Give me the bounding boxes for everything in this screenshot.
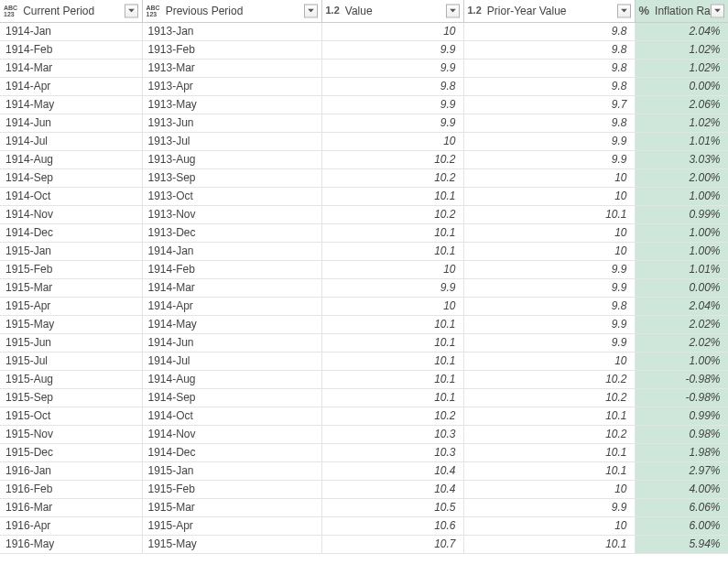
cell-current-period[interactable]: 1915-Nov bbox=[0, 425, 142, 443]
cell-previous-period[interactable]: 1914-Jul bbox=[142, 352, 321, 370]
cell-inflation-rate[interactable]: 4.00% bbox=[635, 480, 728, 498]
cell-inflation-rate[interactable]: 1.02% bbox=[635, 114, 728, 132]
cell-current-period[interactable]: 1915-Feb bbox=[0, 260, 142, 278]
table-row[interactable]: 1914-Oct1913-Oct10.1101.00% bbox=[0, 187, 728, 205]
cell-current-period[interactable]: 1914-Dec bbox=[0, 223, 142, 242]
cell-inflation-rate[interactable]: 1.00% bbox=[635, 187, 728, 205]
cell-previous-period[interactable]: 1914-Jan bbox=[142, 242, 321, 260]
header-prior-year-value[interactable]: 1.2 Prior-Year Value bbox=[463, 0, 635, 22]
cell-prior-year-value[interactable]: 9.9 bbox=[463, 333, 635, 352]
cell-value[interactable]: 10.1 bbox=[321, 352, 463, 370]
cell-prior-year-value[interactable]: 10.1 bbox=[463, 407, 635, 425]
cell-inflation-rate[interactable]: 0.99% bbox=[635, 205, 728, 223]
cell-prior-year-value[interactable]: 10 bbox=[463, 242, 635, 260]
cell-prior-year-value[interactable]: 10 bbox=[463, 223, 635, 242]
table-row[interactable]: 1914-Dec1913-Dec10.1101.00% bbox=[0, 223, 728, 242]
cell-value[interactable]: 10.2 bbox=[321, 205, 463, 223]
cell-value[interactable]: 10 bbox=[321, 260, 463, 278]
cell-current-period[interactable]: 1915-Dec bbox=[0, 443, 142, 461]
cell-value[interactable]: 10.7 bbox=[321, 535, 463, 553]
cell-inflation-rate[interactable]: 1.01% bbox=[635, 260, 728, 278]
cell-previous-period[interactable]: 1913-Sep bbox=[142, 168, 321, 187]
table-row[interactable]: 1915-Jan1914-Jan10.1101.00% bbox=[0, 242, 728, 260]
cell-prior-year-value[interactable]: 9.9 bbox=[463, 498, 635, 516]
cell-value[interactable]: 10 bbox=[321, 297, 463, 315]
cell-value[interactable]: 10.2 bbox=[321, 150, 463, 168]
cell-value[interactable]: 10 bbox=[321, 22, 463, 40]
table-row[interactable]: 1914-Apr1913-Apr9.89.80.00% bbox=[0, 77, 728, 95]
cell-value[interactable]: 10.1 bbox=[321, 187, 463, 205]
cell-value[interactable]: 10.1 bbox=[321, 370, 463, 388]
cell-current-period[interactable]: 1916-May bbox=[0, 535, 142, 553]
cell-prior-year-value[interactable]: 9.9 bbox=[463, 315, 635, 333]
cell-current-period[interactable]: 1916-Apr bbox=[0, 516, 142, 535]
cell-prior-year-value[interactable]: 10 bbox=[463, 168, 635, 187]
cell-inflation-rate[interactable]: 1.00% bbox=[635, 242, 728, 260]
cell-inflation-rate[interactable]: 1.00% bbox=[635, 223, 728, 242]
cell-inflation-rate[interactable]: -0.98% bbox=[635, 388, 728, 407]
cell-current-period[interactable]: 1914-Jul bbox=[0, 132, 142, 150]
table-row[interactable]: 1914-Nov1913-Nov10.210.10.99% bbox=[0, 205, 728, 223]
cell-value[interactable]: 10.1 bbox=[321, 315, 463, 333]
cell-current-period[interactable]: 1915-Apr bbox=[0, 297, 142, 315]
table-row[interactable]: 1916-May1915-May10.710.15.94% bbox=[0, 535, 728, 553]
table-row[interactable]: 1914-Jan1913-Jan109.82.04% bbox=[0, 22, 728, 40]
column-dropdown-button[interactable] bbox=[304, 4, 318, 17]
cell-value[interactable]: 10.2 bbox=[321, 168, 463, 187]
cell-current-period[interactable]: 1915-Oct bbox=[0, 407, 142, 425]
cell-prior-year-value[interactable]: 10.1 bbox=[463, 461, 635, 480]
cell-current-period[interactable]: 1914-Jun bbox=[0, 114, 142, 132]
cell-value[interactable]: 10.1 bbox=[321, 223, 463, 242]
cell-prior-year-value[interactable]: 9.8 bbox=[463, 59, 635, 77]
cell-value[interactable]: 10.3 bbox=[321, 425, 463, 443]
cell-current-period[interactable]: 1915-May bbox=[0, 315, 142, 333]
table-row[interactable]: 1914-Jul1913-Jul109.91.01% bbox=[0, 132, 728, 150]
cell-prior-year-value[interactable]: 9.7 bbox=[463, 95, 635, 114]
cell-inflation-rate[interactable]: -0.98% bbox=[635, 370, 728, 388]
cell-current-period[interactable]: 1916-Feb bbox=[0, 480, 142, 498]
cell-value[interactable]: 9.9 bbox=[321, 40, 463, 59]
table-row[interactable]: 1914-May1913-May9.99.72.06% bbox=[0, 95, 728, 114]
cell-value[interactable]: 10.6 bbox=[321, 516, 463, 535]
cell-previous-period[interactable]: 1913-Dec bbox=[142, 223, 321, 242]
table-row[interactable]: 1915-Apr1914-Apr109.82.04% bbox=[0, 297, 728, 315]
cell-value[interactable]: 10.5 bbox=[321, 498, 463, 516]
cell-current-period[interactable]: 1914-May bbox=[0, 95, 142, 114]
cell-inflation-rate[interactable]: 5.94% bbox=[635, 535, 728, 553]
cell-previous-period[interactable]: 1913-Jul bbox=[142, 132, 321, 150]
cell-prior-year-value[interactable]: 10.2 bbox=[463, 388, 635, 407]
table-row[interactable]: 1915-Oct1914-Oct10.210.10.99% bbox=[0, 407, 728, 425]
cell-previous-period[interactable]: 1913-Jan bbox=[142, 22, 321, 40]
cell-current-period[interactable]: 1915-Jan bbox=[0, 242, 142, 260]
table-row[interactable]: 1915-Sep1914-Sep10.110.2-0.98% bbox=[0, 388, 728, 407]
cell-prior-year-value[interactable]: 10.2 bbox=[463, 370, 635, 388]
cell-value[interactable]: 9.9 bbox=[321, 95, 463, 114]
cell-value[interactable]: 9.9 bbox=[321, 278, 463, 297]
cell-previous-period[interactable]: 1915-Feb bbox=[142, 480, 321, 498]
table-row[interactable]: 1915-Dec1914-Dec10.310.11.98% bbox=[0, 443, 728, 461]
cell-value[interactable]: 10 bbox=[321, 132, 463, 150]
cell-prior-year-value[interactable]: 9.8 bbox=[463, 40, 635, 59]
cell-prior-year-value[interactable]: 10.1 bbox=[463, 205, 635, 223]
column-dropdown-button[interactable] bbox=[446, 4, 460, 17]
cell-current-period[interactable]: 1915-Jun bbox=[0, 333, 142, 352]
cell-inflation-rate[interactable]: 0.00% bbox=[635, 278, 728, 297]
cell-current-period[interactable]: 1915-Jul bbox=[0, 352, 142, 370]
cell-previous-period[interactable]: 1913-Jun bbox=[142, 114, 321, 132]
cell-prior-year-value[interactable]: 10.1 bbox=[463, 535, 635, 553]
table-row[interactable]: 1916-Jan1915-Jan10.410.12.97% bbox=[0, 461, 728, 480]
table-row[interactable]: 1914-Mar1913-Mar9.99.81.02% bbox=[0, 59, 728, 77]
cell-inflation-rate[interactable]: 2.06% bbox=[635, 95, 728, 114]
cell-inflation-rate[interactable]: 2.04% bbox=[635, 297, 728, 315]
cell-previous-period[interactable]: 1914-Feb bbox=[142, 260, 321, 278]
cell-value[interactable]: 10.4 bbox=[321, 461, 463, 480]
table-row[interactable]: 1915-May1914-May10.19.92.02% bbox=[0, 315, 728, 333]
cell-inflation-rate[interactable]: 1.98% bbox=[635, 443, 728, 461]
table-row[interactable]: 1914-Feb1913-Feb9.99.81.02% bbox=[0, 40, 728, 59]
cell-inflation-rate[interactable]: 2.02% bbox=[635, 315, 728, 333]
cell-previous-period[interactable]: 1914-Aug bbox=[142, 370, 321, 388]
cell-current-period[interactable]: 1914-Feb bbox=[0, 40, 142, 59]
cell-inflation-rate[interactable]: 3.03% bbox=[635, 150, 728, 168]
cell-previous-period[interactable]: 1913-May bbox=[142, 95, 321, 114]
cell-inflation-rate[interactable]: 1.02% bbox=[635, 59, 728, 77]
